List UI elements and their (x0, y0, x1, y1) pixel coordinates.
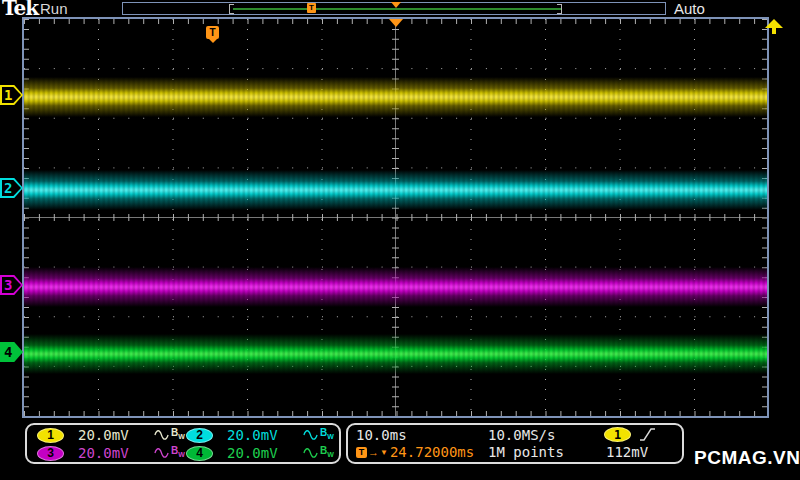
channel3-scale: 20.0mV (78, 445, 142, 461)
trigger-position-cell: T → ▼ 24.72000ms (356, 444, 488, 460)
marker-label: 1 (4, 87, 12, 103)
channel4-position-marker[interactable]: 4 (0, 342, 23, 362)
expansion-point-triangle-icon (391, 2, 401, 8)
waveform-channel1 (24, 77, 767, 117)
trigger-flag-icon[interactable]: T (307, 3, 316, 13)
window-bracket-left-icon (229, 4, 234, 14)
ac-coupling-icon (303, 446, 318, 459)
trigger-level-arrow-icon[interactable] (764, 19, 784, 34)
trigger-level-value: 112mV (604, 444, 676, 460)
trigger-position-triangle-icon[interactable] (389, 19, 403, 27)
trigger-source-cell: 1 (604, 427, 676, 442)
bandwidth-limit-icon: BW (171, 428, 185, 442)
channel4-badge[interactable]: 4 (186, 446, 213, 461)
time-per-div: 10.0ms (356, 427, 488, 443)
ac-coupling-icon (303, 428, 318, 441)
watermark: PCMAG.VN (694, 447, 800, 469)
graticule: T (22, 17, 769, 418)
channel1-indicators: BW (154, 428, 185, 442)
channel1-position-marker[interactable]: 1 (0, 85, 23, 105)
ac-coupling-icon (154, 428, 169, 441)
channel1-badge[interactable]: 1 (37, 428, 64, 443)
channel2-badge[interactable]: 2 (186, 428, 213, 443)
triangle-down-icon: ▼ (380, 447, 388, 458)
channel2-position-marker[interactable]: 2 (0, 178, 23, 198)
channel4-indicators: BW (303, 446, 334, 460)
arrow-stem (772, 28, 776, 34)
oscilloscope-screen: Tek Run T Auto (0, 0, 800, 480)
trigger-t-icon: T (356, 447, 367, 458)
bandwidth-limit-icon: BW (171, 446, 185, 460)
channel-readout-box: 1 20.0mV BW 2 20.0mV BW 3 20.0mV BW 4 (25, 423, 341, 464)
ac-coupling-icon (154, 446, 169, 459)
channel3-badge[interactable]: 3 (37, 446, 64, 461)
channel4-scale: 20.0mV (227, 445, 291, 461)
marker-label: 2 (4, 180, 12, 196)
channel3-position-marker[interactable]: 3 (0, 275, 23, 295)
trigger-position-value: 24.72000ms (390, 444, 474, 460)
acquisition-preview-bar[interactable]: T (122, 2, 666, 15)
channel3-readout: 3 20.0mV BW (37, 444, 186, 462)
record-length: 1M points (488, 444, 604, 460)
marker-label: 4 (4, 344, 12, 360)
trigger-time-flag-icon[interactable]: T (206, 26, 219, 39)
arrow-right-icon: → (368, 447, 379, 458)
channel4-readout: 4 20.0mV BW (186, 444, 335, 462)
acquisition-status: Run (40, 0, 68, 17)
sample-rate: 10.0MS/s (488, 427, 604, 443)
marker-label: 3 (4, 277, 12, 293)
bandwidth-limit-icon: BW (320, 428, 334, 442)
rising-edge-icon (639, 427, 656, 442)
channel1-readout: 1 20.0mV BW (37, 426, 186, 444)
window-bracket-right-icon (557, 4, 562, 14)
waveform-channel4 (24, 334, 767, 374)
channel1-scale: 20.0mV (78, 427, 142, 443)
channel2-indicators: BW (303, 428, 334, 442)
arrow-head (765, 19, 783, 28)
channel3-indicators: BW (154, 446, 185, 460)
waveform-channel2 (24, 170, 767, 210)
channel2-readout: 2 20.0mV BW (186, 426, 335, 444)
bandwidth-limit-icon: BW (320, 446, 334, 460)
channel2-scale: 20.0mV (227, 427, 291, 443)
trigger-mode-label: Auto (674, 0, 705, 17)
trigger-source-badge[interactable]: 1 (604, 427, 631, 442)
waveform-channel3 (24, 267, 767, 307)
horizontal-trigger-readout-box: 10.0ms 10.0MS/s 1 T → ▼ 24.72000ms 1M po… (346, 423, 684, 464)
acquisition-window-line (233, 8, 561, 10)
